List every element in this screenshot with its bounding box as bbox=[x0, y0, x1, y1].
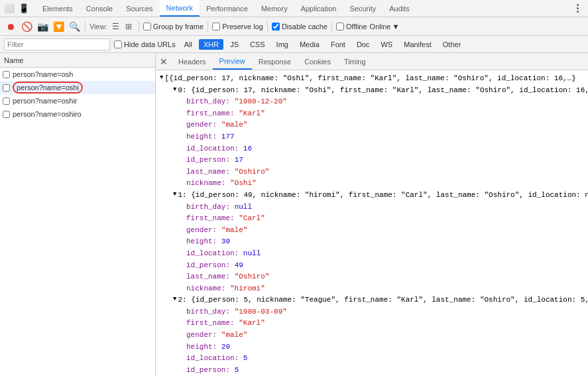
search-button[interactable]: 🔍 bbox=[68, 20, 81, 33]
panel-tabs: ✕ Headers Preview Response Cookies Timin… bbox=[156, 53, 588, 70]
preserve-log-label[interactable]: Preserve log bbox=[212, 23, 263, 31]
request-item-3[interactable]: person?name=oshiro bbox=[0, 107, 155, 121]
request-item-3-checkbox[interactable] bbox=[3, 111, 10, 118]
item0-summary-text: 0: {id_person: 17, nickname: "Oshi", fir… bbox=[178, 85, 588, 97]
group-by-frame-checkbox[interactable] bbox=[143, 23, 151, 31]
throttle-arrow: ▼ bbox=[392, 23, 399, 31]
tab-headers[interactable]: Headers bbox=[172, 53, 213, 70]
preserve-log-checkbox[interactable] bbox=[212, 23, 220, 31]
filter-row: Hide data URLs All XHR JS CSS Img Media … bbox=[0, 36, 588, 53]
preserve-log-text: Preserve log bbox=[222, 23, 263, 31]
json-item2-firstname: first_name: "Karl" bbox=[160, 318, 584, 330]
request-item-2-name: person?name=oshir bbox=[13, 97, 78, 105]
json-item0-idlocation: id_location: 16 bbox=[160, 143, 584, 155]
filter-css[interactable]: CSS bbox=[245, 39, 270, 50]
tab-response[interactable]: Response bbox=[252, 53, 298, 70]
devtools-tab-bar: ⬜ 📱 Elements Console Sources Network Per… bbox=[0, 0, 588, 17]
tab-security[interactable]: Security bbox=[343, 0, 382, 17]
json-item0-firstname: first_name: "Karl" bbox=[160, 108, 584, 120]
json-item1-lastname: last_name: "Oshiro" bbox=[160, 271, 584, 283]
filter-ws[interactable]: WS bbox=[376, 39, 397, 50]
json-item1-height: height: 30 bbox=[160, 236, 584, 248]
clear-button[interactable]: 🚫 bbox=[20, 20, 33, 33]
throttle-dropdown[interactable]: Online ▼ bbox=[370, 23, 400, 31]
tab-audits[interactable]: Audits bbox=[382, 0, 416, 17]
filter-xhr[interactable]: XHR bbox=[199, 39, 223, 50]
filter-manifest[interactable]: Manifest bbox=[399, 39, 436, 50]
json-item2-gender: gender: "male" bbox=[160, 330, 584, 342]
hide-data-urls-checkbox[interactable] bbox=[114, 40, 122, 48]
filter-doc[interactable]: Doc bbox=[352, 39, 375, 50]
device-icon[interactable]: 📱 bbox=[17, 2, 30, 15]
json-item2-birthday: birth_day: "1980-03-09" bbox=[160, 306, 584, 318]
request-item-1-checkbox[interactable] bbox=[3, 84, 10, 92]
json-preview[interactable]: [{id_person: 17, nickname: "Oshi", first… bbox=[156, 70, 588, 376]
json-item2-idperson: id_person: 5 bbox=[160, 365, 584, 376]
request-item-0[interactable]: person?name=osh bbox=[0, 68, 155, 81]
filter-media[interactable]: Media bbox=[295, 39, 324, 50]
panel-close-button[interactable]: ✕ bbox=[158, 56, 169, 67]
disable-cache-label[interactable]: Disable cache bbox=[272, 23, 327, 31]
tab-sources[interactable]: Sources bbox=[119, 0, 159, 17]
json-item2-height: height: 20 bbox=[160, 342, 584, 353]
tab-timing[interactable]: Timing bbox=[337, 53, 373, 70]
json-item1-gender: gender: "male" bbox=[160, 225, 584, 237]
request-item-2[interactable]: person?name=oshir bbox=[0, 94, 155, 107]
filter-input[interactable] bbox=[4, 38, 110, 50]
tab-application[interactable]: Application bbox=[294, 0, 343, 17]
json-item1-idperson: id_person: 49 bbox=[160, 260, 584, 272]
tab-network[interactable]: Network bbox=[160, 0, 200, 17]
json-item0-gender: gender: "male" bbox=[160, 119, 584, 131]
name-column-header: Name bbox=[4, 56, 23, 64]
json-item0-height: height: 177 bbox=[160, 131, 584, 143]
disable-cache-checkbox[interactable] bbox=[272, 23, 280, 31]
json-item1-nickname: nickname: "hiromi" bbox=[160, 283, 584, 295]
item2-expand-icon[interactable] bbox=[173, 294, 176, 306]
tab-memory[interactable]: Memory bbox=[255, 0, 294, 17]
root-expand-icon[interactable] bbox=[160, 73, 163, 85]
filter-img[interactable]: Img bbox=[272, 39, 293, 50]
item1-expand-icon[interactable] bbox=[173, 190, 176, 202]
request-item-3-name: person?name=oshiro bbox=[13, 110, 82, 118]
request-item-2-checkbox[interactable] bbox=[3, 97, 10, 105]
list-view-icon[interactable]: ☰ bbox=[110, 21, 122, 32]
json-item1-summary: 1: {id_person: 49, nickname: "hiromi", f… bbox=[160, 190, 584, 202]
filter-all[interactable]: All bbox=[180, 39, 197, 50]
offline-checkbox[interactable] bbox=[336, 23, 344, 31]
tab-console[interactable]: Console bbox=[80, 0, 119, 17]
disable-cache-text: Disable cache bbox=[282, 23, 327, 31]
json-item0-lastname: last_name: "Oshiro" bbox=[160, 166, 584, 178]
filter-other[interactable]: Other bbox=[438, 39, 466, 50]
throttle-value: Online bbox=[370, 23, 391, 31]
request-item-0-name: person?name=osh bbox=[13, 70, 73, 78]
request-item-0-checkbox[interactable] bbox=[3, 71, 10, 78]
filter-font[interactable]: Font bbox=[326, 39, 350, 50]
tab-elements[interactable]: Elements bbox=[36, 0, 80, 17]
tab-cookies[interactable]: Cookies bbox=[298, 53, 337, 70]
hide-data-urls-label[interactable]: Hide data URLs bbox=[114, 40, 176, 48]
view-icons: ☰ ⊞ bbox=[110, 21, 135, 32]
request-item-1[interactable]: person?name=oshi bbox=[0, 81, 155, 94]
tab-preview[interactable]: Preview bbox=[213, 53, 252, 70]
offline-label[interactable]: Offline bbox=[336, 23, 367, 31]
record-button[interactable]: ⏺ bbox=[4, 20, 17, 33]
view-label: View: bbox=[89, 23, 107, 31]
large-view-icon[interactable]: ⊞ bbox=[123, 21, 135, 32]
group-by-frame-text: Group by frame bbox=[153, 23, 204, 31]
network-toolbar: ⏺ 🚫 📷 🔽 🔍 View: ☰ ⊞ Group by frame Prese… bbox=[0, 17, 588, 36]
json-item1-birthday: birth_day: null bbox=[160, 202, 584, 214]
tab-performance[interactable]: Performance bbox=[200, 0, 255, 17]
filter-tags: All XHR JS CSS Img Media Font Doc WS Man… bbox=[180, 39, 466, 50]
inspect-icon[interactable]: ⬜ bbox=[3, 2, 16, 15]
item0-expand-icon[interactable] bbox=[173, 85, 176, 97]
json-item1-firstname: first_name: "Carl" bbox=[160, 213, 584, 225]
more-menu-button[interactable] bbox=[569, 1, 585, 17]
request-list: Name person?name=osh person?name=oshi pe… bbox=[0, 53, 156, 376]
filter-js[interactable]: JS bbox=[225, 39, 243, 50]
request-item-1-name: person?name=oshi bbox=[13, 82, 83, 94]
filter-button[interactable]: 🔽 bbox=[52, 20, 65, 33]
json-item0-summary: 0: {id_person: 17, nickname: "Oshi", fir… bbox=[160, 85, 584, 97]
screenshot-button[interactable]: 📷 bbox=[36, 20, 49, 33]
offline-text: Offline bbox=[346, 23, 367, 31]
group-by-frame-label[interactable]: Group by frame bbox=[143, 23, 204, 31]
